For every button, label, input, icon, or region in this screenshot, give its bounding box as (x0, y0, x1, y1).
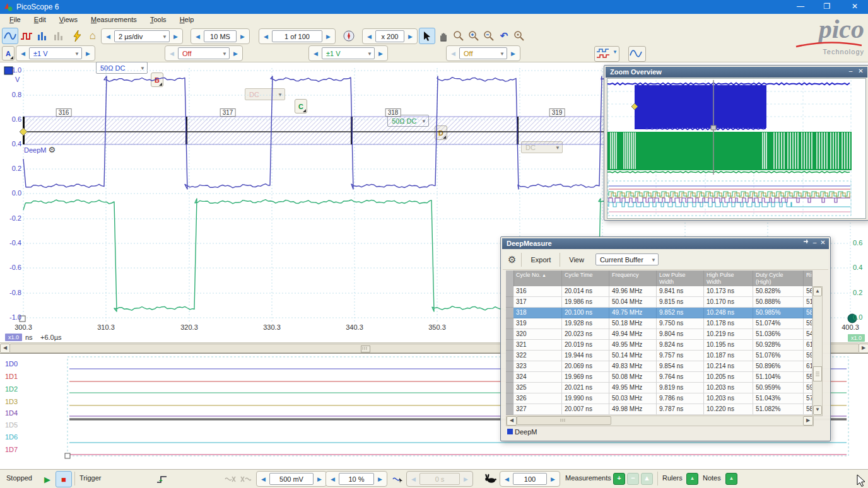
table-cell[interactable]: 318 (513, 308, 562, 318)
scroll-right-icon[interactable]: ▶ (859, 344, 868, 353)
table-cell[interactable]: 51.076% (753, 351, 804, 361)
pretrigger-increase-icon[interactable]: ▶ (375, 473, 385, 485)
column-header[interactable]: Cycle Time (562, 270, 609, 286)
maximize-icon[interactable]: ❐ (816, 0, 838, 14)
table-cell[interactable]: 49.98 MHz (609, 404, 657, 415)
table-cell[interactable]: 49.75 MHz (609, 308, 657, 318)
persistence-mode-button[interactable] (18, 28, 35, 44)
trigger-edge-button[interactable] (154, 471, 170, 487)
scroll-right-icon[interactable]: ▶ (803, 416, 813, 426)
scroll-down-icon[interactable]: ▼ (813, 405, 822, 415)
column-header[interactable]: Low Pulse Width (657, 270, 704, 286)
vscroll-thumb[interactable] (813, 366, 822, 381)
table-cell[interactable]: 324 (513, 372, 562, 383)
minimize-icon[interactable]: — (790, 0, 811, 14)
table-cell[interactable]: 51.074% (753, 318, 804, 329)
table-cell[interactable]: 20.069 ns (562, 361, 609, 372)
buffer-navigator-button[interactable] (341, 28, 357, 44)
start-button[interactable]: ▶ (39, 471, 56, 487)
table-cell[interactable]: 20.007 ns (562, 404, 609, 415)
zoom-in-button[interactable] (466, 28, 482, 44)
channel-a-range-select[interactable]: ±1 V▼ (29, 47, 82, 59)
deepmeasure-titlebar[interactable]: DeepMeasure (502, 238, 829, 249)
table-cell[interactable]: 50.03 MHz (609, 393, 657, 404)
channel-b-range-down-icon[interactable]: ◀ (167, 47, 177, 59)
table-cell[interactable]: 9.786 ns (657, 393, 704, 404)
table-cell[interactable]: 51.036% (753, 329, 804, 340)
captures-increase-icon[interactable]: ▶ (548, 473, 558, 485)
timebase-increase-icon[interactable]: ▶ (171, 30, 180, 42)
digital-channels-button[interactable]: ▼ (594, 46, 619, 62)
pretrigger-field[interactable]: 10 % (339, 473, 374, 485)
table-cell[interactable]: 19.990 ns (562, 393, 609, 404)
table-cell[interactable]: 50.896% (753, 361, 804, 372)
trigger-marker-button[interactable] (390, 471, 406, 487)
channel-b-range-select[interactable]: Off▼ (178, 47, 230, 59)
table-cell[interactable]: 20.014 ns (562, 286, 609, 297)
table-cell[interactable]: 10.173 ns (704, 286, 753, 297)
table-cell[interactable]: 50.828% (753, 286, 804, 297)
table-cell[interactable]: 599 (804, 351, 812, 361)
table-cell[interactable]: 320 (513, 329, 562, 340)
table-cell[interactable]: 316 (513, 286, 562, 297)
rulers-button[interactable]: ▲ (686, 473, 698, 485)
table-cell[interactable]: 319 (513, 318, 562, 329)
home-button[interactable]: ⌂ (85, 28, 101, 44)
buffer-select[interactable]: Current Buffer▼ (595, 253, 659, 265)
table-cell[interactable]: 10.170 ns (704, 297, 753, 308)
channel-c-coupling-select[interactable]: 50Ω DC▼ (387, 115, 429, 127)
table-cell[interactable]: 322 (513, 351, 562, 361)
scroll-left-icon[interactable]: ◀ (507, 416, 517, 426)
table-cell[interactable]: 565 (804, 286, 812, 297)
table-cell[interactable]: 317 (513, 297, 562, 308)
captures-decrease-icon[interactable]: ◀ (502, 473, 512, 485)
close-icon[interactable]: ✕ (819, 239, 827, 246)
table-cell[interactable]: 20.019 ns (562, 340, 609, 351)
export-button[interactable]: Export (522, 256, 560, 264)
table-hscrollbar[interactable]: ◀ ▶ (506, 415, 814, 426)
menu-file[interactable]: File (4, 14, 26, 25)
table-cell[interactable]: 323 (513, 361, 562, 372)
gear-icon[interactable]: ⚙ (503, 254, 521, 265)
table-cell[interactable]: 598 (804, 318, 812, 329)
table-cell[interactable]: 9.854 ns (657, 361, 704, 372)
channel-a-coupling-select[interactable]: 50Ω DC▼ (96, 62, 148, 74)
table-cell[interactable]: 20.023 ns (562, 329, 609, 340)
row-gutter[interactable] (506, 393, 514, 404)
buffer-index-field[interactable]: 1 of 100 (272, 30, 322, 42)
row-gutter[interactable] (506, 351, 514, 361)
row-gutter[interactable] (506, 383, 514, 393)
table-cell[interactable]: 321 (513, 340, 562, 351)
row-gutter[interactable] (506, 286, 514, 297)
samples-field[interactable]: 10 MS (204, 30, 237, 42)
table-cell[interactable]: 51.104% (753, 372, 804, 383)
table-cell[interactable]: 9.804 ns (657, 329, 704, 340)
table-cell[interactable]: 50.04 MHz (609, 297, 657, 308)
minimize-icon[interactable]: – (811, 239, 819, 246)
deepmeasure-window[interactable]: DeepMeasure – ✕ ⚙ Export View Current Bu… (500, 236, 831, 441)
pointer-tool-button[interactable] (419, 28, 435, 44)
row-gutter[interactable] (506, 340, 514, 351)
row-gutter[interactable] (506, 308, 514, 318)
channel-c-range-up-icon[interactable]: ▶ (376, 47, 385, 59)
zoom-decrease-icon[interactable]: ◀ (365, 30, 374, 42)
table-cell[interactable]: 590 (804, 383, 812, 393)
table-cell[interactable]: 10.248 ns (704, 308, 753, 318)
zoom-overview-canvas[interactable] (607, 78, 866, 219)
zoom-overview-titlebar[interactable]: Zoom Overview (606, 67, 867, 78)
zoom-factor-field[interactable]: x 200 (375, 30, 404, 42)
table-cell[interactable]: 9.852 ns (657, 308, 704, 318)
channel-a-range-up-icon[interactable]: ▶ (83, 47, 93, 59)
captures-field[interactable]: 100 (513, 473, 547, 485)
table-cell[interactable]: 542 (804, 329, 812, 340)
close-icon[interactable]: ✕ (844, 0, 865, 14)
table-cell[interactable]: 326 (513, 393, 562, 404)
persistence-spectrum-button[interactable] (51, 28, 67, 44)
table-cell[interactable]: 49.95 MHz (609, 383, 657, 393)
pretrigger-decrease-icon[interactable]: ◀ (328, 473, 337, 485)
table-cell[interactable]: 10.187 ns (704, 351, 753, 361)
column-header[interactable]: Cycle No. ▲ (513, 270, 562, 286)
table-cell[interactable]: 49.96 MHz (609, 286, 657, 297)
undo-zoom-button[interactable]: ↶ (496, 28, 512, 44)
table-cell[interactable]: 49.94 MHz (609, 329, 657, 340)
